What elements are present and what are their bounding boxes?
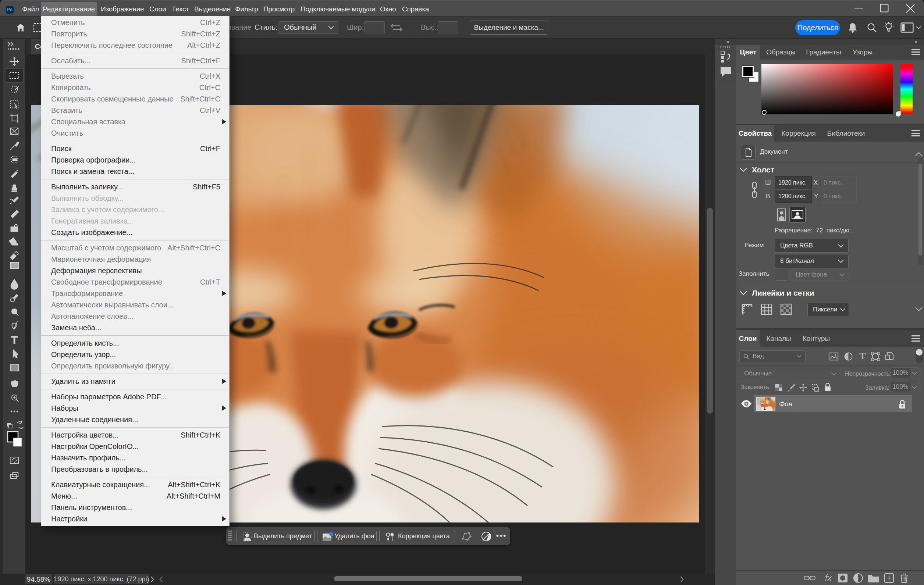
svg-text:T: T xyxy=(11,334,17,346)
